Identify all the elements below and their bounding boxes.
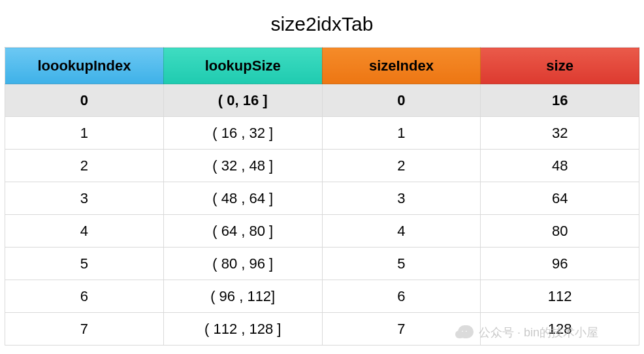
- cell-size: 96: [481, 248, 639, 280]
- size-table: loookupIndex lookupSize sizeIndex size 0…: [5, 47, 639, 346]
- table-row: 0 ( 0, 16 ] 0 16: [5, 84, 639, 117]
- cell-size-index: 6: [322, 280, 481, 313]
- cell-lookup-index: 0: [5, 84, 164, 117]
- cell-size-index: 7: [322, 313, 481, 346]
- cell-size-index: 0: [322, 84, 481, 117]
- cell-size-index: 1: [322, 117, 481, 150]
- cell-size: 80: [481, 215, 639, 248]
- cell-lookup-index: 3: [5, 182, 164, 215]
- header-lookup-size: lookupSize: [163, 48, 322, 84]
- cell-lookup-index: 2: [5, 150, 164, 182]
- cell-lookup-size: ( 96 , 112]: [163, 280, 322, 313]
- cell-lookup-index: 5: [5, 248, 164, 280]
- cell-lookup-index: 6: [5, 280, 164, 313]
- cell-size: 16: [481, 84, 639, 117]
- table-row: 7 ( 112 , 128 ] 7 128: [5, 313, 639, 346]
- cell-lookup-index: 4: [5, 215, 164, 248]
- cell-lookup-index: 1: [5, 117, 164, 150]
- table-row: 6 ( 96 , 112] 6 112: [5, 280, 639, 313]
- cell-lookup-size: ( 112 , 128 ]: [163, 313, 322, 346]
- cell-lookup-size: ( 16 , 32 ]: [163, 117, 322, 150]
- header-size-index: sizeIndex: [322, 48, 481, 84]
- cell-lookup-size: ( 32 , 48 ]: [163, 150, 322, 182]
- page-title: size2idxTab: [0, 0, 644, 47]
- table-row: 2 ( 32 , 48 ] 2 48: [5, 150, 639, 182]
- cell-size: 128: [481, 313, 639, 346]
- table-row: 3 ( 48 , 64 ] 3 64: [5, 182, 639, 215]
- cell-size-index: 2: [322, 150, 481, 182]
- cell-size: 32: [481, 117, 639, 150]
- cell-size-index: 5: [322, 248, 481, 280]
- table-header-row: loookupIndex lookupSize sizeIndex size: [5, 48, 639, 84]
- header-size: size: [481, 48, 639, 84]
- cell-lookup-index: 7: [5, 313, 164, 346]
- cell-size-index: 4: [322, 215, 481, 248]
- cell-lookup-size: ( 64 , 80 ]: [163, 215, 322, 248]
- cell-lookup-size: ( 48 , 64 ]: [163, 182, 322, 215]
- cell-size-index: 3: [322, 182, 481, 215]
- cell-lookup-size: ( 0, 16 ]: [163, 84, 322, 117]
- table-row: 1 ( 16 , 32 ] 1 32: [5, 117, 639, 150]
- table-row: 4 ( 64 , 80 ] 4 80: [5, 215, 639, 248]
- cell-lookup-size: ( 80 , 96 ]: [163, 248, 322, 280]
- cell-size: 64: [481, 182, 639, 215]
- cell-size: 112: [481, 280, 639, 313]
- table-row: 5 ( 80 , 96 ] 5 96: [5, 248, 639, 280]
- header-lookup-index: loookupIndex: [5, 48, 164, 84]
- cell-size: 48: [481, 150, 639, 182]
